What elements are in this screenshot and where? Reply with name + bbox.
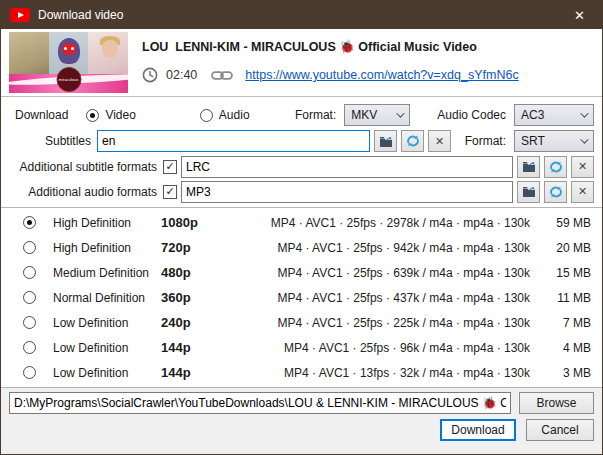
quality-size: 4 MB xyxy=(530,341,602,355)
quality-resolution: 720p xyxy=(161,240,231,255)
quality-radio[interactable] xyxy=(23,241,36,254)
additional-audio-save-button[interactable] xyxy=(517,181,540,203)
subtitles-label: Subtitles xyxy=(9,134,91,148)
additional-subtitle-save-button[interactable] xyxy=(517,156,540,178)
quality-row[interactable]: Normal Definition 360p MP4 · AVC1 · 25fp… xyxy=(1,285,602,310)
additional-subtitle-clear-button[interactable]: ✕ xyxy=(571,156,594,178)
check-icon: ✓ xyxy=(165,160,174,173)
quality-details: MP4 · AVC1 · 25fps · 96k / m4a · mp4a · … xyxy=(231,341,530,355)
quality-details: MP4 · AVC1 · 25fps · 225k / m4a · mp4a ·… xyxy=(231,316,530,330)
quality-radio[interactable] xyxy=(23,341,36,354)
subtitle-format-select[interactable]: SRT xyxy=(514,130,594,152)
quality-radio[interactable] xyxy=(23,291,36,304)
quality-row[interactable]: High Definition 720p MP4 · AVC1 · 25fps … xyxy=(1,235,602,260)
quality-resolution: 1080p xyxy=(161,215,231,230)
chevron-down-icon xyxy=(396,109,404,117)
additional-audio-refresh-button[interactable] xyxy=(544,181,567,203)
quality-row[interactable]: Low Definition 240p MP4 · AVC1 · 25fps ·… xyxy=(1,310,602,335)
quality-size: 11 MB xyxy=(530,291,602,305)
quality-row[interactable]: Low Definition 144p MP4 · AVC1 · 13fps ·… xyxy=(1,360,602,385)
open-folder-icon xyxy=(379,135,393,148)
chevron-down-icon xyxy=(580,109,588,117)
refresh-icon xyxy=(549,185,563,199)
format-select[interactable]: MKV xyxy=(344,104,410,126)
video-radio-label[interactable]: Video xyxy=(105,108,135,122)
save-path-input[interactable] xyxy=(9,392,511,414)
video-url-link[interactable]: https://www.youtube.com/watch?v=xdq_sYfm… xyxy=(245,68,518,82)
subtitle-save-button[interactable] xyxy=(374,130,397,152)
download-button[interactable]: Download xyxy=(440,419,516,441)
cancel-button[interactable]: Cancel xyxy=(526,419,594,441)
audio-codec-value: AC3 xyxy=(521,108,544,122)
video-thumbnail: miraculous xyxy=(9,32,128,93)
additional-audio-clear-button[interactable]: ✕ xyxy=(571,181,594,203)
subtitles-row: Subtitles ✕ Format: SRT xyxy=(1,128,602,154)
quality-size: 20 MB xyxy=(530,241,602,255)
open-folder-icon xyxy=(522,160,536,173)
quality-row[interactable]: Medium Definition 480p MP4 · AVC1 · 25fp… xyxy=(1,260,602,285)
additional-subtitle-row: Additional subtitle formats ✓ ✕ xyxy=(1,154,602,179)
format-label: Format: xyxy=(295,108,336,122)
format-value: MKV xyxy=(351,108,377,122)
additional-audio-label: Additional audio formats xyxy=(9,185,157,199)
quality-definition: High Definition xyxy=(53,216,161,230)
audio-radio-label[interactable]: Audio xyxy=(219,108,250,122)
quality-details: MP4 · AVC1 · 25fps · 639k / m4a · mp4a ·… xyxy=(231,266,530,280)
quality-radio[interactable] xyxy=(23,266,36,279)
video-info-header: miraculous LOU LENNI-KIM - MIRACULOUS 🐞 … xyxy=(1,29,602,97)
title-bar[interactable]: Download video ✕ xyxy=(1,1,602,29)
quality-definition: High Definition xyxy=(53,241,161,255)
quality-definition: Medium Definition xyxy=(53,266,161,280)
link-icon xyxy=(211,70,233,81)
additional-audio-checkbox[interactable]: ✓ xyxy=(163,185,177,199)
audio-codec-select[interactable]: AC3 xyxy=(514,104,594,126)
clear-icon: ✕ xyxy=(578,160,587,173)
download-button-label: Download xyxy=(451,423,504,437)
additional-subtitle-input[interactable] xyxy=(181,156,513,178)
additional-subtitle-checkbox[interactable]: ✓ xyxy=(163,160,177,174)
close-button[interactable]: ✕ xyxy=(557,1,602,29)
video-radio[interactable] xyxy=(86,109,99,122)
check-icon: ✓ xyxy=(165,185,174,198)
quality-resolution: 144p xyxy=(161,340,231,355)
footer: Browse Download Cancel xyxy=(1,388,602,454)
quality-details: MP4 · AVC1 · 25fps · 437k / m4a · mp4a ·… xyxy=(231,291,530,305)
download-label: Download xyxy=(15,108,68,122)
subtitle-clear-button[interactable]: ✕ xyxy=(428,130,451,152)
chevron-down-icon xyxy=(580,135,588,143)
quality-radio[interactable] xyxy=(23,366,36,379)
clock-icon xyxy=(142,67,158,83)
additional-subtitle-label: Additional subtitle formats xyxy=(9,160,157,174)
download-video-dialog: Download video ✕ miraculous LOU LENNI-KI… xyxy=(0,0,603,455)
subtitle-refresh-button[interactable] xyxy=(401,130,424,152)
browse-button-label: Browse xyxy=(536,396,576,410)
quality-row[interactable]: Low Definition 144p MP4 · AVC1 · 25fps ·… xyxy=(1,335,602,360)
window-title: Download video xyxy=(38,8,123,22)
quality-resolution: 144p xyxy=(161,365,231,380)
additional-subtitle-refresh-button[interactable] xyxy=(544,156,567,178)
quality-definition: Low Definition xyxy=(53,341,161,355)
additional-audio-input[interactable] xyxy=(181,181,513,203)
quality-row[interactable]: High Definition 1080p MP4 · AVC1 · 25fps… xyxy=(1,210,602,235)
open-folder-icon xyxy=(522,185,536,198)
subtitles-input[interactable] xyxy=(97,130,370,152)
quality-definition: Low Definition xyxy=(53,366,161,380)
quality-size: 15 MB xyxy=(530,266,602,280)
quality-radio[interactable] xyxy=(23,316,36,329)
quality-resolution: 240p xyxy=(161,315,231,330)
quality-details: MP4 · AVC1 · 25fps · 2978k / m4a · mp4a … xyxy=(231,216,530,230)
quality-details: MP4 · AVC1 · 13fps · 32k / m4a · mp4a · … xyxy=(231,366,530,380)
quality-size: 3 MB xyxy=(530,366,602,380)
close-icon: ✕ xyxy=(574,8,585,23)
quality-radio[interactable] xyxy=(23,216,36,229)
browse-button[interactable]: Browse xyxy=(519,392,594,414)
quality-size: 59 MB xyxy=(530,216,602,230)
quality-list: High Definition 1080p MP4 · AVC1 · 25fps… xyxy=(1,208,602,388)
download-options: Download Video Audio Format: MKV Audio C… xyxy=(1,97,602,208)
subtitle-format-label: Format: xyxy=(465,134,506,148)
audio-radio[interactable] xyxy=(200,109,213,122)
quality-definition: Normal Definition xyxy=(53,291,161,305)
quality-details: MP4 · AVC1 · 25fps · 942k / m4a · mp4a ·… xyxy=(231,241,530,255)
video-title: LOU LENNI-KIM - MIRACULOUS 🐞 Official Mu… xyxy=(142,39,519,54)
download-type-row: Download Video Audio Format: MKV Audio C… xyxy=(1,102,602,128)
